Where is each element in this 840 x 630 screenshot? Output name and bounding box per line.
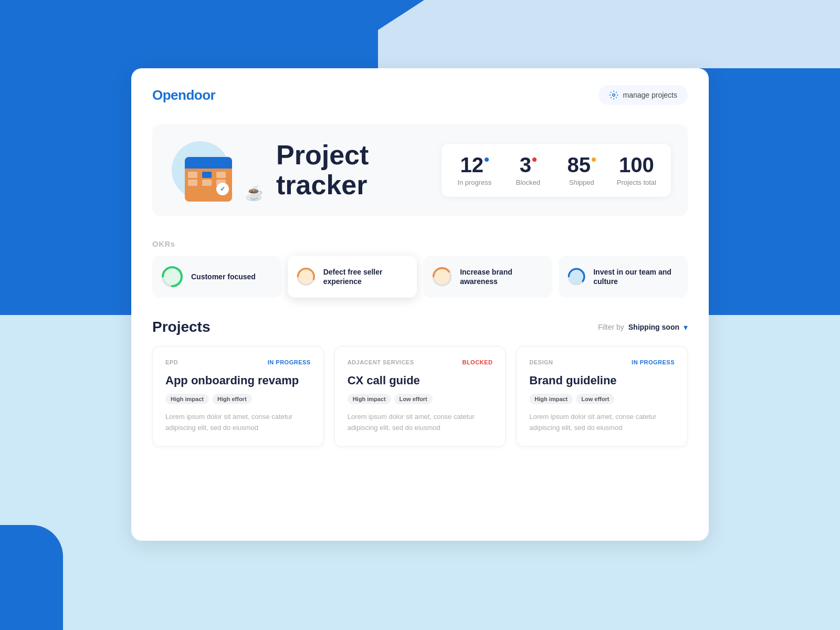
chevron-down-icon: ▾ [684, 322, 688, 332]
stats-panel: 12In progress3Blocked85Shipped100Project… [442, 144, 671, 197]
stat-number-total: 100 [617, 154, 656, 175]
cal-cell [216, 172, 226, 178]
okr-card-customer-focused[interactable]: Customer focused [152, 256, 281, 298]
project-card-app-onboarding: EPDIN PROGRESSApp onboarding revampHigh … [152, 346, 324, 447]
tag: High impact [529, 394, 573, 404]
project-title-app-onboarding: App onboarding revamp [165, 374, 311, 387]
gear-icon [609, 90, 618, 100]
filter-control[interactable]: Filter by Shipping soon ▾ [598, 322, 688, 332]
logo: Opendoor [152, 87, 215, 103]
projects-header: Projects Filter by Shipping soon ▾ [152, 319, 688, 335]
stat-dot-in-progress [485, 158, 489, 162]
okr-card-brand-awareness[interactable]: Increase brand awareness [423, 256, 552, 298]
project-tags-app-onboarding: High impactHigh effort [165, 394, 311, 404]
stat-number-blocked: 3 [510, 154, 547, 175]
stat-label-shipped: Shipped [563, 178, 600, 186]
project-desc-cx-call-guide: Lorem ipsum dolor sit amet, conse catetu… [348, 412, 493, 434]
tag: High impact [348, 394, 391, 404]
filter-value: Shipping soon [628, 323, 679, 331]
project-desc-brand-guideline: Lorem ipsum dolor sit amet, conse catetu… [529, 412, 675, 434]
project-desc-app-onboarding: Lorem ipsum dolor sit amet, conse catetu… [165, 412, 311, 434]
checkmark-badge: ✓ [216, 183, 229, 195]
tag: High effort [212, 394, 252, 404]
stat-label-blocked: Blocked [510, 178, 547, 186]
cal-header [185, 157, 232, 169]
projects-grid: EPDIN PROGRESSApp onboarding revampHigh … [152, 346, 688, 447]
cal-cell-checked [202, 172, 212, 178]
hero-title: Project tracker [276, 140, 421, 200]
stat-dot-blocked [532, 158, 537, 162]
project-title-brand-guideline: Brand guideline [529, 374, 675, 387]
stat-shipped: 85Shipped [563, 154, 600, 186]
svg-point-0 [613, 94, 615, 97]
illus-calendar [185, 157, 232, 202]
bg-blue-bottom-left [0, 525, 63, 630]
stat-number-shipped: 85 [563, 154, 600, 175]
project-status-cx-call-guide: BLOCKED [462, 359, 492, 365]
project-dept-brand-guideline: DESIGN [529, 359, 553, 365]
stat-label-total: Projects total [617, 178, 656, 186]
okr-label-defect-free: Defect free seller experience [323, 267, 408, 286]
project-card-cx-call-guide: ADJACENT SERVICESBLOCKEDCX call guideHig… [334, 346, 506, 447]
cal-cell [188, 172, 197, 178]
app-container: Opendoor manage projects [131, 0, 709, 541]
stat-number-in-progress: 12 [456, 154, 493, 175]
project-title-cx-call-guide: CX call guide [348, 374, 493, 387]
okr-ring-defect-free [296, 265, 316, 288]
okr-label-invest-team: Invest in our team and culture [593, 267, 679, 286]
tag: Low effort [394, 394, 433, 404]
hero-section: ✓ ☕ Project tracker 12In progress3Blocke… [152, 124, 688, 216]
okr-card-defect-free[interactable]: Defect free seller experience [288, 256, 417, 298]
project-meta-brand-guideline: DESIGNIN PROGRESS [529, 359, 675, 365]
okr-card-invest-team[interactable]: Invest in our team and culture [559, 256, 688, 298]
okr-ring-invest-team [567, 265, 586, 288]
project-card-brand-guideline: DESIGNIN PROGRESSBrand guidelineHigh imp… [516, 346, 688, 447]
project-dept-app-onboarding: EPD [165, 359, 178, 365]
okrs-grid: Customer focusedDefect free seller exper… [152, 256, 688, 298]
okr-label-brand-awareness: Increase brand awareness [460, 267, 544, 286]
stat-label-in-progress: In progress [456, 178, 493, 186]
tag: Low effort [576, 394, 614, 404]
header: Opendoor manage projects [152, 85, 688, 105]
stat-total: 100Projects total [617, 154, 656, 186]
project-tags-cx-call-guide: High impactLow effort [348, 394, 493, 404]
cal-cell [202, 180, 212, 186]
project-tags-brand-guideline: High impactLow effort [529, 394, 675, 404]
project-status-app-onboarding: IN PROGRESS [268, 359, 311, 365]
okr-label-customer-focused: Customer focused [191, 272, 256, 281]
tag: High impact [165, 394, 209, 404]
projects-title: Projects [152, 319, 211, 335]
stat-blocked: 3Blocked [510, 154, 547, 186]
main-card: Opendoor manage projects [131, 68, 709, 541]
project-status-brand-guideline: IN PROGRESS [632, 359, 675, 365]
project-meta-app-onboarding: EPDIN PROGRESS [165, 359, 311, 365]
project-dept-cx-call-guide: ADJACENT SERVICES [348, 359, 414, 365]
stat-in-progress: 12In progress [456, 154, 493, 186]
filter-by-label: Filter by [598, 323, 624, 331]
mug-icon: ☕ [245, 184, 264, 202]
project-meta-cx-call-guide: ADJACENT SERVICESBLOCKED [348, 359, 493, 365]
manage-projects-button[interactable]: manage projects [598, 85, 688, 105]
okr-ring-customer-focused [161, 265, 184, 288]
stat-dot-shipped [592, 158, 596, 162]
manage-projects-label: manage projects [623, 91, 677, 99]
okrs-section-label: OKRs [152, 239, 688, 248]
cal-cell [188, 180, 197, 186]
hero-illustration: ✓ ☕ [169, 139, 264, 202]
okr-ring-brand-awareness [432, 265, 453, 288]
